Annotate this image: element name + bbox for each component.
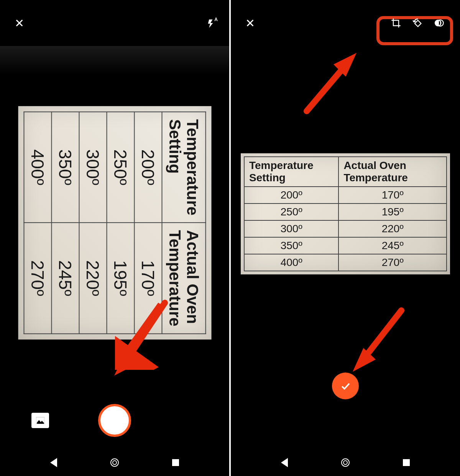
camera-topbar: ✕ A — [0, 0, 229, 46]
nav-back-button[interactable] — [46, 455, 61, 470]
confirm-button[interactable] — [332, 373, 359, 399]
preview-topbar: ✕ — [231, 0, 460, 46]
close-icon[interactable]: ✕ — [242, 15, 258, 31]
flash-auto-button[interactable]: A — [207, 18, 218, 28]
nav-home-button[interactable] — [338, 455, 353, 470]
table-row: 350º245º — [244, 237, 447, 254]
nav-back-button[interactable] — [277, 455, 292, 470]
android-navbar — [0, 449, 229, 476]
crop-icon[interactable] — [389, 16, 402, 30]
gallery-button[interactable] — [31, 413, 49, 428]
camera-action-bar — [0, 399, 229, 442]
camera-capture-screen: ✕ A Temperature Setting Actual Oven Temp… — [0, 0, 229, 476]
capture-preview-screen: ✕ Temperature Setting Actual Oven T — [231, 0, 460, 476]
table-header: Actual Oven Temperature — [338, 157, 447, 187]
android-navbar — [231, 449, 460, 476]
preview-image: Temperature Setting Actual Oven Temperat… — [241, 153, 450, 274]
table-row: 300º220º — [244, 220, 447, 237]
table-row: 250º195º — [107, 112, 134, 334]
captured-table-photo: Temperature Setting Actual Oven Temperat… — [18, 106, 211, 340]
temperature-table-rotated: Temperature Setting Actual Oven Temperat… — [23, 112, 206, 334]
table-header-row: Temperature Setting Actual Oven Temperat… — [244, 157, 447, 187]
nav-home-button[interactable] — [107, 455, 122, 470]
table-header: Temperature Setting — [244, 157, 338, 187]
close-icon[interactable]: ✕ — [12, 15, 27, 31]
table-row: 350º245º — [51, 112, 79, 334]
annotation-arrow-confirm — [350, 307, 407, 372]
preview-action-bar — [231, 373, 460, 399]
table-row: 200º170º — [134, 112, 162, 334]
nav-recent-button[interactable] — [399, 455, 414, 470]
edit-tools-group — [386, 15, 449, 31]
annotation-arrow-tools — [299, 50, 360, 115]
table-row: 250º195º — [244, 204, 447, 220]
svg-rect-1 — [415, 20, 421, 26]
rotate-icon[interactable] — [411, 16, 424, 30]
table-header: Actual Oven Temperature — [162, 223, 205, 333]
filter-icon[interactable] — [432, 16, 445, 30]
table-row: 300º220º — [79, 112, 107, 334]
table-row: 400º270º — [24, 112, 51, 334]
nav-recent-button[interactable] — [168, 455, 183, 470]
shutter-button[interactable] — [98, 404, 131, 437]
table-header: Temperature Setting — [162, 112, 205, 223]
table-header-row: Temperature Setting Actual Oven Temperat… — [162, 112, 205, 334]
temperature-table: Temperature Setting Actual Oven Temperat… — [244, 156, 447, 271]
flash-mode-label: A — [214, 17, 218, 22]
table-row: 200º170º — [244, 187, 447, 204]
table-row: 400º270º — [244, 254, 447, 271]
camera-viewfinder: Temperature Setting Actual Oven Temperat… — [0, 46, 229, 399]
